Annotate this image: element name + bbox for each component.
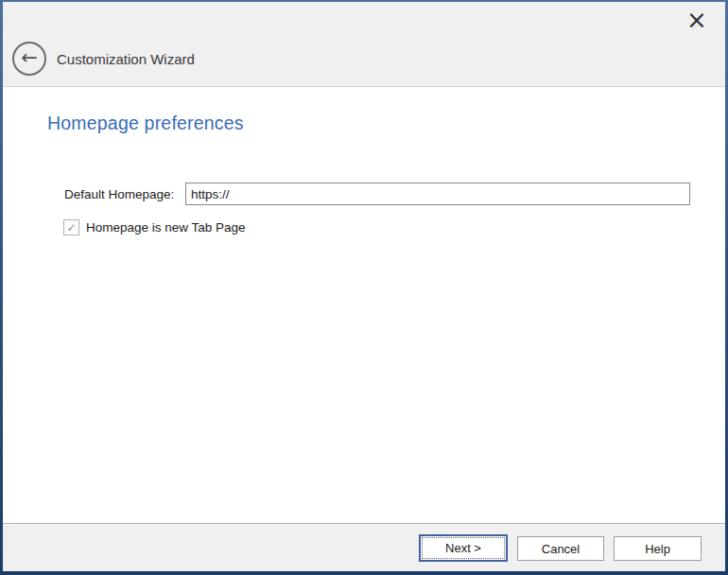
help-button[interactable]: Help <box>614 536 702 561</box>
close-icon: × <box>686 6 707 34</box>
cancel-button[interactable]: Cancel <box>517 536 604 561</box>
homepage-url-input[interactable] <box>185 183 690 205</box>
back-button[interactable]: ← <box>12 42 46 76</box>
wizard-title: Customization Wizard <box>57 51 195 67</box>
new-tab-checkbox[interactable]: ✓ <box>63 219 79 235</box>
back-arrow-icon: ← <box>21 48 38 68</box>
checkmark-icon: ✓ <box>66 221 76 235</box>
close-button[interactable]: × <box>682 5 712 35</box>
dialog-footer: Next > Cancel Help <box>3 523 725 571</box>
dialog-header: × ← Customization Wizard <box>3 2 725 87</box>
page-title: Homepage preferences <box>47 113 244 134</box>
homepage-field-label: Default Homepage: <box>64 183 174 206</box>
back-title-row: ← Customization Wizard <box>12 42 195 76</box>
new-tab-checkbox-label: Homepage is new Tab Page <box>86 220 246 235</box>
window-border-frame: × ← Customization Wizard Homepage prefer… <box>0 0 728 575</box>
next-button[interactable]: Next > <box>419 534 508 562</box>
customization-wizard-dialog: × ← Customization Wizard Homepage prefer… <box>3 2 725 571</box>
new-tab-checkbox-row: ✓ Homepage is new Tab Page <box>63 219 246 235</box>
